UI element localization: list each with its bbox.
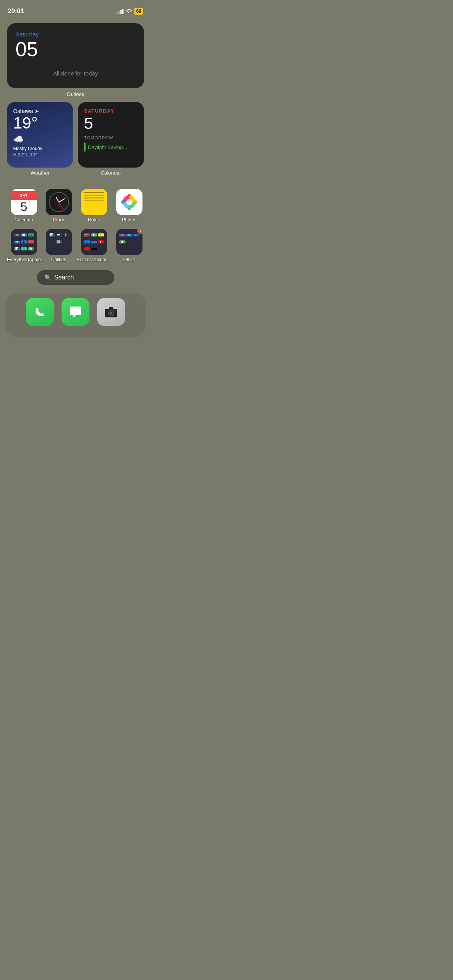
app-photos[interactable]: Photos bbox=[114, 189, 144, 223]
cal-date-big: 5 bbox=[84, 115, 138, 132]
status-time: 20:01 bbox=[8, 7, 24, 15]
app-clock[interactable]: Clock bbox=[44, 189, 74, 223]
calendar-widget-label: Calendar bbox=[78, 170, 144, 176]
weather-widget-container: Oshawa ➤ 19° ☁️ Mostly Cloudy H:22° L:10… bbox=[7, 102, 73, 180]
everything-apple-icon: 🗓 ✉️ 📹 🗺 📱 ❤️ 📊 🌐 🔄 bbox=[11, 229, 37, 255]
outlook-widget[interactable]: Saturday 05 All done for today bbox=[7, 23, 144, 88]
weather-temp: 19° bbox=[13, 115, 67, 131]
social-mini-2: 💬 bbox=[91, 233, 97, 236]
social-mini-8: ♪ bbox=[91, 248, 97, 250]
folder-mini-9: 🔄 bbox=[28, 247, 34, 250]
notes-line-2 bbox=[84, 195, 104, 196]
signal-bar-1 bbox=[117, 12, 118, 14]
outlook-message: All done for today bbox=[15, 66, 136, 81]
social-mini-3: 👻 bbox=[98, 233, 104, 236]
calendar-widget[interactable]: SATURDAY 5 TOMORROW Daylight Saving... bbox=[78, 102, 144, 168]
notes-line-1 bbox=[84, 192, 104, 193]
camera-icon bbox=[97, 298, 125, 326]
notes-lines bbox=[84, 192, 104, 203]
app-utilities[interactable]: 📊 ⌨️ ⌛ 🔢 Utilities bbox=[44, 229, 74, 262]
dock-messages[interactable] bbox=[62, 298, 89, 326]
office-badge: 1 bbox=[137, 229, 142, 234]
utilities-label: Utilities bbox=[51, 257, 66, 262]
svg-point-8 bbox=[126, 199, 132, 205]
calendar-icon-date: 5 bbox=[21, 200, 27, 213]
camera-svg bbox=[103, 304, 119, 320]
svg-point-13 bbox=[114, 310, 115, 311]
app-calendar[interactable]: SAT 5 Calendar bbox=[7, 189, 41, 223]
status-bar: 20:01 69 bbox=[0, 0, 151, 19]
weather-widget[interactable]: Oshawa ➤ 19° ☁️ Mostly Cloudy H:22° L:10… bbox=[7, 102, 73, 168]
signal-bar-3 bbox=[120, 10, 122, 14]
photos-icon bbox=[116, 189, 142, 215]
social-label: SocialNetworki... bbox=[77, 257, 111, 262]
social-mini-1: 📷 bbox=[84, 233, 90, 236]
svg-point-14 bbox=[110, 312, 112, 314]
clock-app-label: Clock bbox=[53, 217, 65, 223]
folder-mini-6: ❤️ bbox=[28, 240, 34, 243]
clock-second-hand bbox=[58, 202, 63, 210]
folder-mini-8: 🌐 bbox=[21, 247, 27, 250]
clock-minute-hand bbox=[58, 198, 65, 202]
social-mini-4: 💙 bbox=[84, 240, 90, 243]
search-label: Search bbox=[54, 274, 74, 281]
signal-bars bbox=[117, 9, 124, 14]
office-mini-teams: T bbox=[119, 234, 125, 236]
clock-center-dot bbox=[58, 201, 60, 203]
dock bbox=[5, 293, 146, 338]
app-everything-apple[interactable]: 🗓 ✉️ 📹 🗺 📱 ❤️ 📊 🌐 🔄 EverythingApple bbox=[7, 229, 41, 262]
svg-marker-10 bbox=[109, 307, 113, 309]
weather-description: Mostly Cloudy bbox=[13, 146, 67, 151]
dock-phone[interactable] bbox=[26, 298, 54, 326]
phone-svg bbox=[33, 305, 47, 319]
notes-app-label: Notes bbox=[88, 217, 100, 223]
search-icon: 🔍 bbox=[45, 274, 51, 281]
wifi-icon bbox=[126, 9, 132, 14]
app-social-networking[interactable]: 📷 💬 👻 💙 f ▶ 🎵 ♪ SocialNetworki... bbox=[77, 229, 111, 262]
calendar-app-label: Calendar bbox=[14, 217, 33, 223]
folder-mini-4: 🗺 bbox=[14, 241, 20, 243]
cal-event-dot bbox=[84, 142, 86, 152]
search-bar[interactable]: 🔍 Search bbox=[37, 270, 114, 285]
utilities-icon: 📊 ⌨️ ⌛ 🔢 bbox=[46, 229, 72, 255]
office-mini-4: 💬 bbox=[119, 240, 125, 243]
cal-tomorrow-label: TOMORROW bbox=[84, 135, 138, 140]
util-mini-3: ⌛ bbox=[63, 233, 69, 236]
signal-bar-2 bbox=[118, 11, 120, 14]
office-label: Office bbox=[123, 257, 135, 262]
status-icons: 69 bbox=[117, 8, 143, 15]
clock-face bbox=[49, 192, 69, 212]
util-mini-2: ⌨️ bbox=[56, 233, 62, 236]
messages-svg bbox=[68, 304, 83, 320]
notes-icon bbox=[81, 189, 107, 215]
signal-bar-4 bbox=[122, 9, 124, 14]
photos-app-label: Photos bbox=[122, 217, 136, 223]
messages-icon bbox=[62, 298, 89, 326]
folder-mini-7: 📊 bbox=[14, 247, 20, 250]
util-mini-1: 📊 bbox=[49, 233, 55, 236]
calendar-icon: SAT 5 bbox=[11, 189, 37, 215]
dock-camera[interactable] bbox=[97, 298, 125, 326]
clock-icon bbox=[46, 189, 72, 215]
app-notes[interactable]: Notes bbox=[77, 189, 111, 223]
outlook-widget-label: Outlook bbox=[7, 91, 144, 97]
widgets-area: Saturday 05 All done for today Outlook O… bbox=[0, 19, 151, 180]
folder-mini-3: 📹 bbox=[28, 233, 34, 236]
social-mini-5: f bbox=[91, 241, 97, 243]
social-icon: 📷 💬 👻 💙 f ▶ 🎵 ♪ bbox=[81, 229, 107, 255]
app-grid: SAT 5 Calendar Clock Notes bbox=[0, 183, 151, 262]
cal-day-label: SATURDAY bbox=[84, 108, 138, 114]
battery-indicator: 69 bbox=[134, 8, 143, 15]
weather-cloud-icon: ☁️ bbox=[13, 134, 67, 144]
photos-flower-svg bbox=[120, 192, 139, 212]
notes-line-4 bbox=[84, 200, 104, 201]
calendar-icon-day: SAT bbox=[11, 191, 37, 200]
office-mini-outlook: O bbox=[126, 234, 132, 236]
office-icon: 1 T O in 💬 bbox=[116, 229, 142, 255]
search-bar-container: 🔍 Search bbox=[0, 262, 151, 291]
util-mini-calc: 🔢 bbox=[56, 240, 62, 243]
notes-line-3 bbox=[84, 197, 104, 199]
outlook-date: 05 bbox=[15, 39, 136, 59]
cal-event: Daylight Saving... bbox=[84, 142, 138, 152]
app-office[interactable]: 1 T O in 💬 Office bbox=[114, 229, 144, 262]
